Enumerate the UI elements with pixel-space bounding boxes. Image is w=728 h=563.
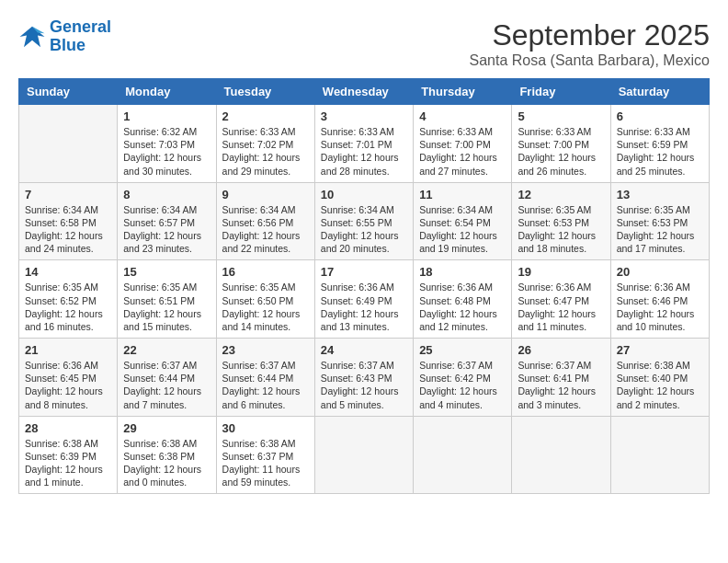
calendar-cell: 3Sunrise: 6:33 AM Sunset: 7:01 PM Daylig…	[314, 105, 413, 183]
month-title: September 2025	[470, 18, 710, 52]
header-friday: Friday	[512, 79, 610, 105]
day-info: Sunrise: 6:35 AM Sunset: 6:53 PM Dayligh…	[617, 203, 703, 256]
day-info: Sunrise: 6:35 AM Sunset: 6:52 PM Dayligh…	[25, 281, 111, 333]
day-info: Sunrise: 6:33 AM Sunset: 7:00 PM Dayligh…	[419, 125, 506, 178]
day-number: 4	[419, 109, 506, 123]
week-row-1: 1Sunrise: 6:32 AM Sunset: 7:03 PM Daylig…	[19, 105, 710, 183]
day-number: 29	[123, 421, 210, 435]
week-row-4: 21Sunrise: 6:36 AM Sunset: 6:45 PM Dayli…	[19, 339, 710, 417]
day-number: 20	[617, 265, 703, 279]
day-number: 19	[518, 265, 604, 279]
calendar-cell: 19Sunrise: 6:36 AM Sunset: 6:47 PM Dayli…	[512, 260, 610, 339]
calendar-cell	[512, 416, 610, 494]
day-number: 3	[321, 109, 407, 123]
calendar-cell: 22Sunrise: 6:37 AM Sunset: 6:44 PM Dayli…	[118, 339, 216, 417]
day-info: Sunrise: 6:37 AM Sunset: 6:44 PM Dayligh…	[222, 359, 309, 411]
day-number: 13	[617, 188, 703, 201]
day-info: Sunrise: 6:35 AM Sunset: 6:51 PM Dayligh…	[123, 281, 210, 333]
calendar-cell: 24Sunrise: 6:37 AM Sunset: 6:43 PM Dayli…	[314, 339, 413, 417]
calendar-cell: 27Sunrise: 6:38 AM Sunset: 6:40 PM Dayli…	[610, 339, 709, 417]
calendar-cell: 29Sunrise: 6:38 AM Sunset: 6:38 PM Dayli…	[118, 416, 216, 494]
day-info: Sunrise: 6:36 AM Sunset: 6:47 PM Dayligh…	[518, 281, 604, 333]
day-info: Sunrise: 6:33 AM Sunset: 7:00 PM Dayligh…	[518, 125, 604, 178]
calendar-header-row: SundayMondayTuesdayWednesdayThursdayFrid…	[19, 79, 710, 105]
day-number: 17	[321, 265, 407, 279]
header: General Blue September 2025 Santa Rosa (…	[18, 18, 710, 69]
calendar-table: SundayMondayTuesdayWednesdayThursdayFrid…	[18, 78, 710, 494]
calendar-cell	[19, 105, 118, 183]
day-number: 16	[222, 265, 309, 279]
day-info: Sunrise: 6:33 AM Sunset: 7:01 PM Dayligh…	[321, 125, 407, 178]
calendar-cell: 12Sunrise: 6:35 AM Sunset: 6:53 PM Dayli…	[512, 182, 610, 260]
logo-line1: General	[50, 17, 111, 36]
day-number: 10	[321, 188, 407, 201]
calendar-cell: 18Sunrise: 6:36 AM Sunset: 6:48 PM Dayli…	[414, 260, 512, 339]
logo-text: General Blue	[50, 18, 111, 55]
day-number: 1	[123, 109, 210, 123]
day-info: Sunrise: 6:36 AM Sunset: 6:46 PM Dayligh…	[617, 281, 703, 333]
day-info: Sunrise: 6:34 AM Sunset: 6:58 PM Dayligh…	[25, 203, 111, 256]
day-info: Sunrise: 6:38 AM Sunset: 6:40 PM Dayligh…	[617, 359, 703, 411]
day-number: 28	[25, 421, 111, 435]
header-monday: Monday	[118, 79, 216, 105]
calendar-cell	[610, 416, 709, 494]
calendar-cell: 15Sunrise: 6:35 AM Sunset: 6:51 PM Dayli…	[118, 260, 216, 339]
day-info: Sunrise: 6:38 AM Sunset: 6:38 PM Dayligh…	[123, 437, 210, 489]
header-sunday: Sunday	[19, 79, 118, 105]
title-area: September 2025 Santa Rosa (Santa Barbara…	[470, 18, 710, 69]
day-info: Sunrise: 6:34 AM Sunset: 6:57 PM Dayligh…	[123, 203, 210, 256]
day-info: Sunrise: 6:36 AM Sunset: 6:49 PM Dayligh…	[321, 281, 407, 333]
calendar-cell: 7Sunrise: 6:34 AM Sunset: 6:58 PM Daylig…	[19, 182, 118, 260]
calendar-cell: 14Sunrise: 6:35 AM Sunset: 6:52 PM Dayli…	[19, 260, 118, 339]
day-number: 2	[222, 109, 309, 123]
day-number: 14	[25, 265, 111, 279]
day-info: Sunrise: 6:38 AM Sunset: 6:37 PM Dayligh…	[222, 437, 309, 489]
day-info: Sunrise: 6:36 AM Sunset: 6:45 PM Dayligh…	[25, 359, 111, 411]
calendar-cell: 8Sunrise: 6:34 AM Sunset: 6:57 PM Daylig…	[118, 182, 216, 260]
day-number: 26	[518, 343, 604, 357]
day-number: 21	[25, 343, 111, 357]
day-info: Sunrise: 6:34 AM Sunset: 6:54 PM Dayligh…	[419, 203, 506, 256]
calendar-cell	[314, 416, 413, 494]
day-info: Sunrise: 6:35 AM Sunset: 6:50 PM Dayligh…	[222, 281, 309, 333]
day-info: Sunrise: 6:34 AM Sunset: 6:56 PM Dayligh…	[222, 203, 309, 256]
day-info: Sunrise: 6:37 AM Sunset: 6:44 PM Dayligh…	[123, 359, 210, 411]
day-number: 8	[123, 188, 210, 201]
day-info: Sunrise: 6:38 AM Sunset: 6:39 PM Dayligh…	[25, 437, 111, 489]
calendar-cell: 6Sunrise: 6:33 AM Sunset: 6:59 PM Daylig…	[610, 105, 709, 183]
day-number: 30	[222, 421, 309, 435]
day-number: 27	[617, 343, 703, 357]
day-number: 15	[123, 265, 210, 279]
day-number: 9	[222, 188, 309, 201]
day-number: 6	[617, 109, 703, 123]
calendar-cell: 30Sunrise: 6:38 AM Sunset: 6:37 PM Dayli…	[216, 416, 314, 494]
calendar-cell: 23Sunrise: 6:37 AM Sunset: 6:44 PM Dayli…	[216, 339, 314, 417]
calendar-cell: 1Sunrise: 6:32 AM Sunset: 7:03 PM Daylig…	[118, 105, 216, 183]
day-info: Sunrise: 6:35 AM Sunset: 6:53 PM Dayligh…	[518, 203, 604, 256]
header-tuesday: Tuesday	[216, 79, 314, 105]
calendar-cell: 20Sunrise: 6:36 AM Sunset: 6:46 PM Dayli…	[610, 260, 709, 339]
calendar-cell: 25Sunrise: 6:37 AM Sunset: 6:42 PM Dayli…	[414, 339, 512, 417]
day-number: 5	[518, 109, 604, 123]
calendar-cell: 13Sunrise: 6:35 AM Sunset: 6:53 PM Dayli…	[610, 182, 709, 260]
day-number: 11	[419, 188, 506, 201]
day-number: 23	[222, 343, 309, 357]
calendar-cell: 2Sunrise: 6:33 AM Sunset: 7:02 PM Daylig…	[216, 105, 314, 183]
header-saturday: Saturday	[610, 79, 709, 105]
calendar-cell: 17Sunrise: 6:36 AM Sunset: 6:49 PM Dayli…	[314, 260, 413, 339]
day-info: Sunrise: 6:36 AM Sunset: 6:48 PM Dayligh…	[419, 281, 506, 333]
day-info: Sunrise: 6:32 AM Sunset: 7:03 PM Dayligh…	[123, 125, 210, 178]
header-thursday: Thursday	[414, 79, 512, 105]
day-number: 22	[123, 343, 210, 357]
week-row-2: 7Sunrise: 6:34 AM Sunset: 6:58 PM Daylig…	[19, 182, 710, 260]
day-info: Sunrise: 6:34 AM Sunset: 6:55 PM Dayligh…	[321, 203, 407, 256]
day-number: 12	[518, 188, 604, 201]
day-info: Sunrise: 6:37 AM Sunset: 6:42 PM Dayligh…	[419, 359, 506, 411]
day-info: Sunrise: 6:37 AM Sunset: 6:41 PM Dayligh…	[518, 359, 604, 411]
calendar-cell: 28Sunrise: 6:38 AM Sunset: 6:39 PM Dayli…	[19, 416, 118, 494]
calendar-cell	[414, 416, 512, 494]
day-number: 25	[419, 343, 506, 357]
day-number: 18	[419, 265, 506, 279]
day-number: 24	[321, 343, 407, 357]
calendar-cell: 16Sunrise: 6:35 AM Sunset: 6:50 PM Dayli…	[216, 260, 314, 339]
